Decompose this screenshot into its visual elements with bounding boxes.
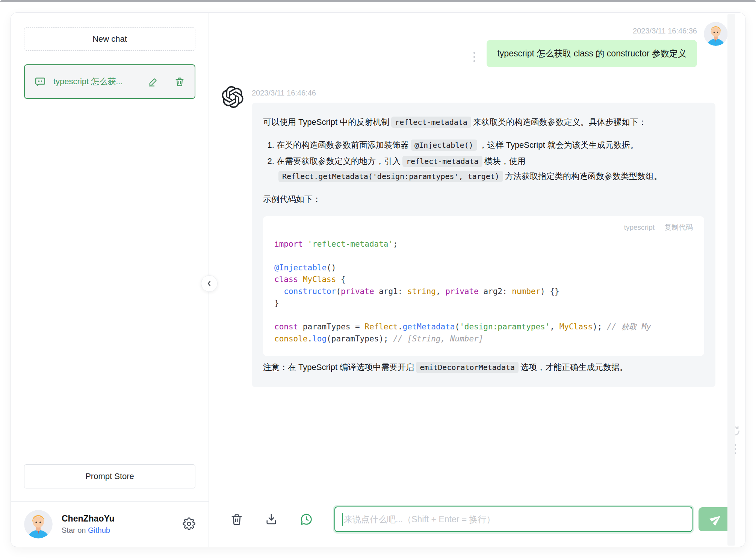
user-name: ChenZhaoYu	[62, 514, 174, 524]
inline-code: reflect-metadata	[391, 117, 471, 128]
user-message-timestamp: 2023/3/11 16:46:36	[633, 27, 697, 35]
new-chat-button[interactable]: New chat	[24, 27, 195, 51]
chat-pane: 2023/3/11 16:46:36 typescript 怎么获取 class…	[209, 13, 745, 547]
code-language-label: typescript	[624, 224, 655, 231]
collapse-sidebar-button[interactable]	[201, 275, 218, 292]
user-avatar	[24, 510, 53, 538]
prompt-store-button[interactable]: Prompt Store	[24, 464, 195, 488]
export-image-button[interactable]	[265, 513, 278, 526]
openai-logo-icon	[222, 86, 243, 108]
sidebar-item-label: typescript 怎么获...	[53, 76, 141, 87]
list-item: 在需要获取参数定义的地方，引入reflect-metadata模块，使用Refl…	[277, 154, 704, 184]
edit-icon[interactable]	[148, 76, 159, 87]
assistant-message: 2023/3/11 16:46:46 可以使用 TypeScript 中的反射机…	[222, 83, 728, 387]
message-input[interactable]	[344, 514, 685, 525]
sidebar-footer: ChenZhaoYu Star on Github	[11, 501, 209, 547]
copy-code-button[interactable]: 复制代码	[664, 224, 693, 231]
assistant-message-timestamp: 2023/3/11 16:46:46	[252, 89, 715, 97]
message-options-icon[interactable]	[473, 52, 475, 62]
settings-button[interactable]	[183, 517, 195, 531]
github-link[interactable]: Github	[88, 526, 110, 534]
code-block: typescript 复制代码 import 'reflect-metadata…	[263, 216, 704, 356]
inline-code: @Injectable()	[411, 140, 477, 151]
assistant-example-label: 示例代码如下：	[263, 192, 704, 207]
assistant-message-bubble: 可以使用 TypeScript 中的反射机制reflect-metadata来获…	[252, 103, 715, 387]
history-button[interactable]	[299, 512, 313, 526]
inline-code: Reflect.getMetadata('design:paramtypes',…	[278, 171, 503, 182]
inline-code: emitDecoratorMetadata	[416, 362, 519, 373]
star-on-text: Star on	[62, 526, 88, 534]
user-star-line: Star on Github	[62, 526, 174, 535]
window-chrome-edge	[0, 0, 756, 2]
app-window: New chat typescript 怎么获...	[11, 12, 745, 547]
list-item: 在类的构造函数参数前面添加装饰器@Injectable()，这样 TypeScr…	[277, 138, 704, 153]
user-message: 2023/3/11 16:46:36 typescript 怎么获取 class…	[222, 22, 728, 67]
assistant-steps-list: 在类的构造函数参数前面添加装饰器@Injectable()，这样 TypeScr…	[263, 138, 704, 184]
sidebar-item-chat[interactable]: typescript 怎么获...	[24, 64, 195, 99]
code-content: import 'reflect-metadata'; @Injectable()…	[274, 238, 693, 345]
clear-chat-button[interactable]	[230, 513, 243, 526]
message-input-wrap[interactable]	[334, 506, 692, 532]
user-message-avatar	[704, 22, 728, 46]
gear-icon	[183, 517, 195, 530]
trash-icon	[230, 513, 243, 526]
scrollbar[interactable]	[727, 14, 735, 546]
assistant-intro: 可以使用 TypeScript 中的反射机制reflect-metadata来获…	[263, 115, 704, 130]
chat-history-icon	[299, 512, 313, 526]
inline-code: reflect-metadata	[402, 156, 482, 167]
chat-footer	[209, 505, 745, 547]
message-icon	[35, 76, 46, 87]
text-caret	[342, 513, 343, 526]
chat-scroll-area[interactable]: 2023/3/11 16:46:36 typescript 怎么获取 class…	[209, 13, 745, 505]
assistant-note: 注意：在 TypeScript 编译选项中需要开启emitDecoratorMe…	[263, 360, 704, 375]
trash-icon[interactable]	[174, 76, 185, 87]
user-meta: ChenZhaoYu Star on Github	[62, 514, 174, 535]
sidebar-spacer	[24, 99, 195, 464]
send-icon	[708, 511, 725, 528]
sidebar: New chat typescript 怎么获...	[11, 13, 209, 547]
download-icon	[265, 513, 278, 526]
chevron-left-icon	[206, 280, 213, 287]
user-message-bubble: typescript 怎么获取 class 的 constructor 参数定义	[487, 40, 697, 67]
